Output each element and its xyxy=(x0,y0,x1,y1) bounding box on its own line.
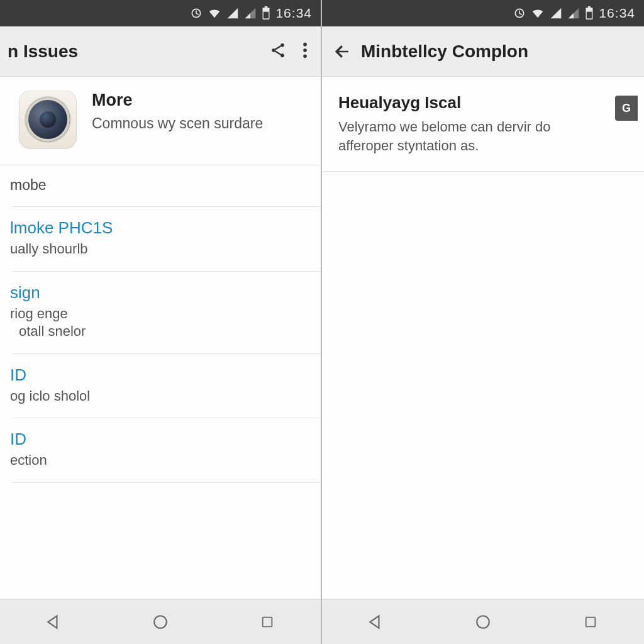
nav-recent-button[interactable] xyxy=(572,609,609,635)
nav-back-button[interactable] xyxy=(35,609,72,635)
list-item[interactable]: mobe xyxy=(13,165,321,207)
setting-title: Heualyayg Iscal xyxy=(338,93,608,113)
svg-rect-2 xyxy=(264,12,269,19)
issues-list: mobe lmoke PHC1S ually shourlb sign riog… xyxy=(0,165,321,483)
signal-icon-2 xyxy=(244,7,257,19)
content-area: More Comnous wy scen surdare mobe lmoke … xyxy=(0,77,321,599)
svg-point-8 xyxy=(303,54,307,58)
header-card[interactable]: More Comnous wy scen surdare xyxy=(0,77,321,165)
list-item-subtitle: og iclo sholol xyxy=(19,387,308,406)
list-item-title: lmoke PHC1S xyxy=(19,218,308,238)
list-item-title: sign xyxy=(19,283,308,303)
wifi-icon xyxy=(531,6,545,20)
content-area: Heualyayg Iscal Velyramo we belome can d… xyxy=(322,77,644,599)
nav-bar xyxy=(0,599,321,644)
timer-icon xyxy=(513,7,526,19)
svg-point-9 xyxy=(154,616,167,628)
status-clock: 16:34 xyxy=(275,6,312,21)
list-item[interactable]: ID ection xyxy=(13,418,321,483)
page-title: Minbtellcy Complon xyxy=(355,42,636,62)
back-button[interactable] xyxy=(330,42,355,61)
screen-left: 16:34 n Issues More Comnous wy scen xyxy=(0,0,322,644)
app-bar: Minbtellcy Complon xyxy=(322,26,644,77)
svg-rect-13 xyxy=(587,12,592,19)
share-icon[interactable] xyxy=(269,42,287,62)
svg-point-7 xyxy=(303,48,307,52)
app-bar: n Issues xyxy=(0,26,321,77)
battery-icon xyxy=(585,6,594,20)
list-item-title: ID xyxy=(19,430,308,449)
svg-point-6 xyxy=(303,42,307,46)
list-item-title: mobe xyxy=(19,177,308,194)
signal-icon-2 xyxy=(567,7,580,19)
svg-rect-1 xyxy=(265,6,267,8)
list-item[interactable]: sign riog enge otall snelor xyxy=(13,272,321,354)
status-bar: 16:34 xyxy=(322,0,644,26)
list-item-title: ID xyxy=(19,365,308,385)
nav-bar xyxy=(322,599,644,644)
battery-icon xyxy=(262,6,270,20)
timer-icon xyxy=(190,7,203,19)
list-item-subtitle: ually shourlb xyxy=(19,240,308,258)
nav-back-button[interactable] xyxy=(357,609,394,635)
list-item-subtitle: ection xyxy=(19,452,308,470)
list-item[interactable]: lmoke PHC1S ually shourlb xyxy=(13,207,321,272)
wifi-icon xyxy=(208,6,221,20)
svg-rect-15 xyxy=(586,617,595,626)
overflow-menu-icon[interactable] xyxy=(302,42,308,62)
page-title: n Issues xyxy=(8,42,269,62)
screen-right: 16:34 Minbtellcy Complon Heualyayg Iscal… xyxy=(322,0,644,644)
header-subtitle: Comnous wy scen surdare xyxy=(92,114,263,133)
camera-lens-icon xyxy=(26,97,70,142)
header-title: More xyxy=(92,91,263,110)
nav-home-button[interactable] xyxy=(464,609,502,635)
app-icon xyxy=(19,91,77,148)
nav-home-button[interactable] xyxy=(142,609,179,635)
svg-rect-10 xyxy=(263,617,272,626)
signal-icon xyxy=(226,7,239,19)
signal-icon xyxy=(550,7,562,19)
setting-subtitle: Velyramo we belome can dervir do afferop… xyxy=(338,118,608,155)
status-clock: 16:34 xyxy=(599,6,635,21)
status-bar: 16:34 xyxy=(0,0,321,26)
nav-recent-button[interactable] xyxy=(248,609,286,635)
svg-rect-12 xyxy=(588,6,591,8)
svg-point-14 xyxy=(477,616,489,628)
setting-row[interactable]: Heualyayg Iscal Velyramo we belome can d… xyxy=(322,77,644,172)
list-item-subtitle: riog enge otall snelor xyxy=(19,305,308,341)
setting-badge[interactable]: G xyxy=(615,96,638,121)
list-item[interactable]: ID og iclo sholol xyxy=(13,354,321,419)
